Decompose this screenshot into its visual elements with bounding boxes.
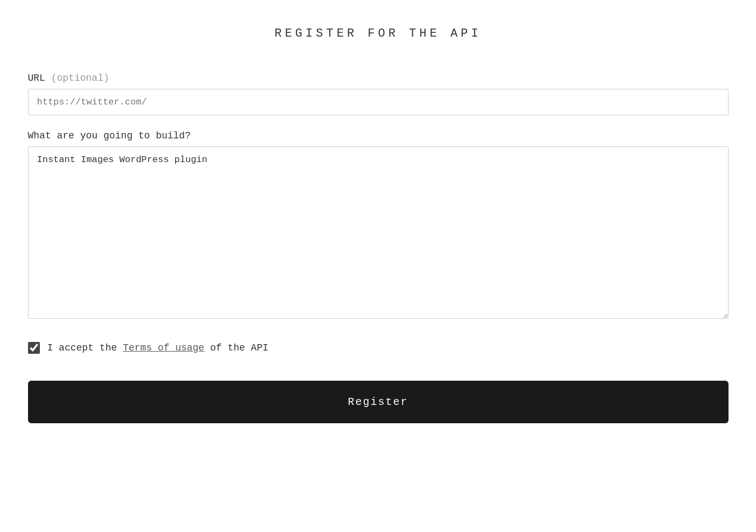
url-label: URL (optional) [28,73,729,83]
url-field-group: URL (optional) [28,73,729,115]
build-field-group: What are you going to build? Instant Ima… [28,130,729,321]
register-button[interactable]: Register [28,381,729,423]
build-textarea[interactable]: Instant Images WordPress plugin [28,146,729,319]
registration-form: URL (optional) What are you going to bui… [28,73,729,423]
url-input[interactable] [28,89,729,115]
terms-of-usage-link[interactable]: Terms of usage [123,342,204,353]
url-optional-text: (optional) [51,73,109,83]
checkbox-label-text: I accept the Terms of usage of the API [47,342,269,353]
terms-checkbox[interactable] [28,342,40,354]
build-label: What are you going to build? [28,130,729,141]
page-title: REGISTER FOR THE API [28,27,729,40]
page-container: REGISTER FOR THE API URL (optional) What… [28,22,729,423]
terms-checkbox-row: I accept the Terms of usage of the API [28,342,729,354]
